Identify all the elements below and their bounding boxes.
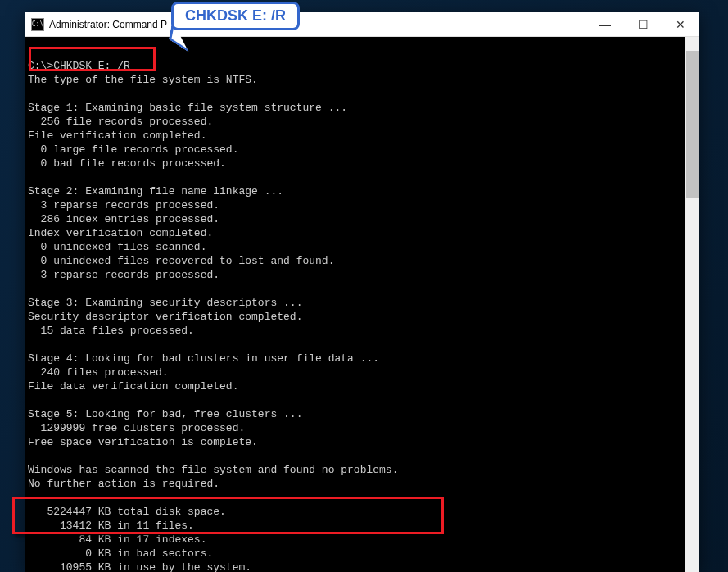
terminal-line [28,393,696,407]
terminal-line: 3 reparse records processed. [28,198,696,212]
terminal-line [28,282,696,296]
terminal-line: 0 unindexed files scanned. [28,240,696,254]
terminal-line: File data verification completed. [28,379,696,393]
scrollbar[interactable] [685,37,699,572]
terminal-line: Free space verification is complete. [28,435,696,449]
terminal-line: 0 large file records processed. [28,143,696,157]
maximize-button[interactable]: ☐ [624,12,662,36]
terminal-line: Stage 2: Examining file name linkage ... [28,184,696,198]
cmd-icon-text: C:\ [32,21,43,28]
terminal-line: 0 KB in bad sectors. [28,547,696,561]
window-controls: — ☐ ✕ [586,12,699,36]
scrollbar-thumb[interactable] [686,51,699,198]
terminal-line: The type of the file system is NTFS. [28,73,696,87]
terminal-line: 10955 KB in use by the system. [28,561,696,572]
terminal-line: 84 KB in 17 indexes. [28,533,696,547]
terminal-line: Stage 5: Looking for bad, free clusters … [28,407,696,421]
terminal-line: 1299999 free clusters processed. [28,421,696,435]
terminal-line: 15 data files processed. [28,324,696,338]
callout-label: CHKDSK E: /R [171,2,300,30]
window-title: Administrator: Command P [49,19,586,30]
terminal-output[interactable]: C:\>CHKDSK E: /RThe type of the file sys… [25,37,699,572]
terminal-line: Stage 3: Examining security descriptors … [28,296,696,310]
close-button[interactable]: ✕ [662,12,699,36]
terminal-line: No further action is required. [28,477,696,491]
terminal-line: File verification completed. [28,129,696,143]
terminal-line [28,170,696,184]
titlebar[interactable]: C:\ Administrator: Command P — ☐ ✕ [25,12,699,37]
terminal-line: 256 file records processed. [28,115,696,129]
terminal-line [28,449,696,463]
callout-text: CHKDSK E: /R [185,7,286,24]
terminal-line: 286 index entries processed. [28,212,696,226]
terminal-line [28,491,696,505]
terminal-line: Security descriptor verification complet… [28,310,696,324]
terminal-line [28,45,696,59]
terminal-line [28,338,696,352]
terminal-line: Windows has scanned the file system and … [28,463,696,477]
terminal-line: Stage 1: Examining basic file system str… [28,101,696,115]
terminal-line: C:\>CHKDSK E: /R [28,59,696,73]
terminal-line: 240 files processed. [28,365,696,379]
command-prompt-window: C:\ Administrator: Command P — ☐ ✕ C:\>C… [25,12,699,572]
terminal-line: 0 bad file records processed. [28,157,696,170]
terminal-line: Index verification completed. [28,226,696,240]
terminal-line [28,87,696,101]
minimize-button[interactable]: — [586,12,624,36]
terminal-line: 0 unindexed files recovered to lost and … [28,254,696,268]
cmd-icon: C:\ [31,18,44,31]
terminal-line: 3 reparse records processed. [28,268,696,282]
terminal-line: 13412 KB in 11 files. [28,519,696,533]
terminal-line: 5224447 KB total disk space. [28,505,696,519]
terminal-line: Stage 4: Looking for bad clusters in use… [28,352,696,365]
